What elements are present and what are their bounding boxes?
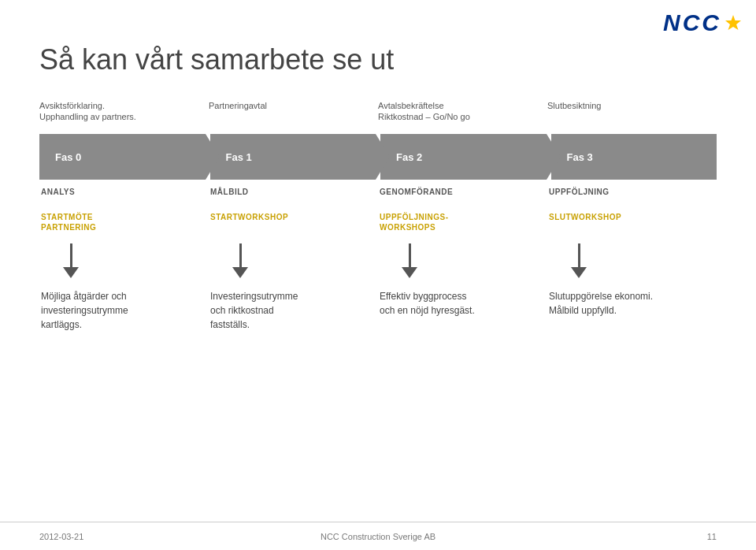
phase-1: Fas 1 [210, 134, 376, 180]
down-arrow-0 [39, 243, 209, 278]
activity-1: STARTWORKSHOP [209, 212, 378, 232]
phase-1-label: Fas 1 [226, 151, 252, 163]
page-title: Så kan vårt samarbete se ut [39, 43, 717, 76]
down-arrows-row [39, 243, 717, 278]
logo-text: NCC [663, 9, 721, 36]
header-col-1: Partneringavtal [209, 100, 378, 128]
header-col-0: Avsiktsförklaring.Upphandling av partner… [39, 100, 209, 128]
phase-0: Fas 0 [39, 134, 206, 180]
down-arrow-3 [547, 243, 717, 278]
desc-labels-row: ANALYS MÅLBILD GENOMFÖRANDE UPPFÖLJNING [39, 188, 717, 196]
header-col-3: Slutbesiktning [547, 100, 717, 128]
header-col-2: AvtalsbekräftelseRiktkostnad – Go/No go [378, 100, 547, 128]
logo: NCC [663, 9, 742, 36]
activity-2: UPPFÖLJNINGS-WORKSHOPS [378, 212, 547, 232]
svg-marker-0 [725, 15, 741, 30]
logo-star-icon [724, 14, 742, 32]
phase-0-label: Fas 0 [55, 151, 81, 163]
activity-0: STARTMÖTEPARTNERING [39, 212, 209, 232]
header-label-3: Slutbesiktning [547, 100, 602, 111]
down-arrow-2 [378, 243, 547, 278]
desc-label-1: MÅLBILD [209, 188, 378, 196]
header-label-1: Partneringavtal [209, 100, 267, 111]
phase-3: Fas 3 [551, 134, 717, 180]
down-arrow-1 [209, 243, 378, 278]
activity-row: STARTMÖTEPARTNERING STARTWORKSHOP UPPFÖL… [39, 212, 717, 232]
phases-row: Fas 0 Fas 1 Fas 2 Fas 3 [39, 134, 717, 180]
activity-3: SLUTWORKSHOP [547, 212, 717, 232]
desc-label-2: GENOMFÖRANDE [378, 188, 547, 196]
footer: 2012-03-21 NCC Construction Sverige AB 1… [0, 522, 756, 550]
footer-date: 2012-03-21 [39, 532, 209, 541]
footer-company: NCC Construction Sverige AB [209, 532, 547, 541]
footer-page: 11 [547, 532, 717, 541]
bottom-text-row: Möjliga åtgärder ochinvesteringsutrymmek… [39, 289, 717, 332]
desc-label-3: UPPFÖLJNING [547, 188, 717, 196]
bottom-text-3: Slutuppgörelse ekonomi.Målbild uppfylld. [547, 289, 717, 332]
bottom-text-1: Investeringsutrymmeoch riktkostnadfastst… [209, 289, 378, 332]
phase-2-label: Fas 2 [396, 151, 422, 163]
phase-3-label: Fas 3 [567, 151, 593, 163]
header-labels: Avsiktsförklaring.Upphandling av partner… [39, 100, 717, 128]
bottom-text-2: Effektiv byggprocessoch en nöjd hyresgäs… [378, 289, 547, 332]
bottom-text-0: Möjliga åtgärder ochinvesteringsutrymmek… [39, 289, 209, 332]
header-label-2: AvtalsbekräftelseRiktkostnad – Go/No go [378, 100, 470, 123]
header-label-0: Avsiktsförklaring.Upphandling av partner… [39, 100, 136, 123]
main-content: Så kan vårt samarbete se ut Avsiktsförkl… [0, 0, 756, 355]
desc-label-0: ANALYS [39, 188, 209, 196]
phase-2: Fas 2 [380, 134, 547, 180]
